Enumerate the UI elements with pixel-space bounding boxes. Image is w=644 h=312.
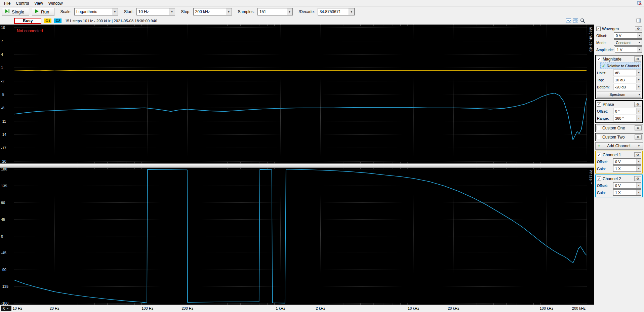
single-label: Single	[12, 9, 24, 14]
samples-label: Samples:	[238, 9, 255, 14]
channel1-badge[interactable]: C1	[44, 18, 51, 23]
chevron-down-icon: ▾	[637, 47, 642, 52]
x-tick-label: 20 Hz	[50, 306, 59, 310]
menu-file[interactable]: File	[1, 0, 13, 6]
custom-one-gear-button[interactable]: ⚙	[635, 125, 642, 130]
start-select[interactable]: 10 Hz ▾	[136, 8, 175, 15]
magnitude-section: ✓ Magnitude ⚙ ✓ Relative to Channel 1 Un…	[595, 55, 643, 99]
phase-range-select[interactable]: 360 °▾	[613, 115, 641, 121]
y-tick-label: -20	[1, 159, 6, 163]
chevron-down-icon: ▾	[637, 40, 642, 45]
chevron-down-icon: ▾	[636, 190, 641, 195]
run-icon	[35, 9, 39, 14]
magnitude-title: Magnitude	[603, 57, 633, 62]
y-tick-label: 180	[1, 167, 7, 171]
samples-select[interactable]: 151 ▾	[257, 8, 293, 15]
run-button[interactable]: Run	[32, 8, 54, 16]
phase-plot-canvas[interactable]	[0, 168, 594, 305]
wavegen-mode-label: Mode:	[596, 41, 607, 45]
magnitude-checkbox[interactable]: ✓	[597, 57, 601, 61]
chevron-down-icon: ▾	[637, 93, 641, 96]
x-tick-label: 1 kHz	[276, 306, 285, 310]
channel1-checkbox[interactable]: ✓	[597, 153, 601, 157]
trace-channel-1	[14, 70, 587, 71]
spectrum-label: Spectrum	[597, 92, 637, 96]
stop-select[interactable]: 200 kHz ▾	[193, 8, 232, 15]
zoom-icon[interactable]	[580, 18, 585, 23]
custom-two-gear-button[interactable]: ⚙	[635, 134, 642, 140]
wavegen-offset-label: Offset:	[596, 34, 607, 38]
magnitude-gear-button[interactable]: ⚙	[634, 56, 641, 62]
spectrum-select[interactable]: Spectrum ▾	[597, 91, 641, 98]
channel1-offset-select[interactable]: 0 V▾	[613, 158, 641, 165]
channel1-gear-button[interactable]: ⚙	[634, 152, 641, 157]
y-tick-label: -14	[1, 132, 6, 136]
x-axis-menu-button[interactable]: X ▾	[1, 306, 11, 311]
chevron-down-icon: ▾	[349, 8, 354, 15]
channel1-offset-label: Offset:	[597, 160, 608, 164]
wavegen-amplitude-select[interactable]: 1 V▾	[615, 46, 642, 53]
wavegen-checkbox[interactable]: ✓	[596, 27, 601, 31]
magnitude-bottom-select[interactable]: -20 dB▾	[613, 84, 641, 90]
single-button[interactable]: Single	[2, 8, 29, 16]
channel2-gain-select[interactable]: 1 X▾	[613, 189, 641, 196]
custom-two-section: Custom Two ⚙	[595, 133, 643, 141]
add-channel-button[interactable]: + Add Channel ▾	[595, 142, 643, 150]
phase-gear-button[interactable]: ⚙	[634, 102, 641, 107]
magnitude-plot-canvas[interactable]	[0, 25, 594, 163]
plot-splitter-handle[interactable]	[0, 163, 594, 168]
y-tick-label: -11	[1, 119, 6, 123]
channel2-offset-select[interactable]: 0 V▾	[613, 182, 641, 189]
channel2-gear-button[interactable]: ⚙	[634, 176, 641, 181]
split-plot-view-icon[interactable]	[573, 18, 578, 23]
channel2-gain-label: Gain:	[597, 191, 606, 195]
phase-range-value: 360 °	[613, 116, 636, 120]
y-tick-label: 45	[1, 218, 5, 222]
channel2-badge[interactable]: C2	[54, 18, 62, 23]
chevron-down-icon: ▾	[637, 33, 642, 38]
menu-control[interactable]: Control	[13, 0, 32, 6]
gear-icon: ⚙	[637, 135, 640, 139]
channel2-offset-value: 0 V	[613, 184, 636, 188]
scale-select[interactable]: Logarithmic ▾	[74, 8, 118, 15]
panel-options-icon[interactable]	[636, 18, 641, 23]
phase-section: ✓ Phase ⚙ Offset: 0 °▾ Range: 360 °▾	[595, 100, 643, 123]
magnitude-top-select[interactable]: 10 dB▾	[613, 77, 641, 83]
channel1-gain-value: 1 X	[613, 167, 636, 171]
sweep-status-text: 151 steps 10 Hz - 200 kHz | 2021-05-03 1…	[65, 19, 157, 23]
menu-bar: File Control View Window	[0, 0, 644, 7]
phase-offset-value: 0 °	[613, 109, 636, 113]
wavegen-mode-select[interactable]: Constant▾	[614, 39, 642, 46]
phase-checkbox[interactable]: ✓	[597, 102, 601, 107]
y-tick-label: 4	[1, 52, 3, 56]
x-tick-label: 10 Hz	[13, 306, 23, 310]
menu-view[interactable]: View	[32, 0, 46, 6]
wavegen-offset-select[interactable]: 0 V▾	[614, 32, 642, 39]
per-decade-select[interactable]: 34.8753671 ▾	[318, 8, 355, 15]
custom-two-checkbox[interactable]	[597, 135, 601, 139]
wavegen-mode-value: Constant	[614, 41, 637, 45]
magnitude-units-select[interactable]: dB▾	[613, 70, 641, 76]
gear-icon: ⚙	[637, 126, 640, 130]
per-decade-value: 34.8753671	[318, 9, 349, 14]
x-tick-label: 2 kHz	[316, 306, 325, 310]
y-tick-label: -17	[1, 146, 6, 150]
magnitude-top-value: 10 dB	[613, 78, 636, 82]
custom-one-checkbox[interactable]	[597, 126, 601, 130]
x-axis-button-label: X	[3, 307, 5, 310]
channel2-checkbox[interactable]: ✓	[597, 177, 601, 181]
chevron-down-icon: ▾	[636, 77, 641, 83]
phase-offset-select[interactable]: 0 °▾	[613, 108, 641, 114]
channel1-gain-select[interactable]: 1 X▾	[613, 165, 641, 172]
plus-icon: +	[598, 143, 600, 149]
wavegen-gear-button[interactable]: ⚙	[635, 26, 642, 31]
y-tick-label: 0	[1, 234, 3, 238]
toolbar: Single Run Scale: Logarithmic ▾ Start: 1…	[0, 7, 644, 17]
main-area: Not connected Magnitude dB 10741-2-5-8-1…	[0, 25, 644, 312]
relative-to-channel1-button[interactable]: ✓ Relative to Channel 1	[600, 63, 641, 69]
menu-window[interactable]: Window	[46, 0, 66, 6]
channel2-gain-value: 1 X	[613, 191, 636, 195]
magnitude-plot-area: Not connected Magnitude dB 10741-2-5-8-1…	[0, 25, 594, 163]
single-plot-view-icon[interactable]	[566, 18, 571, 23]
window-dock-icon[interactable]	[637, 1, 642, 6]
